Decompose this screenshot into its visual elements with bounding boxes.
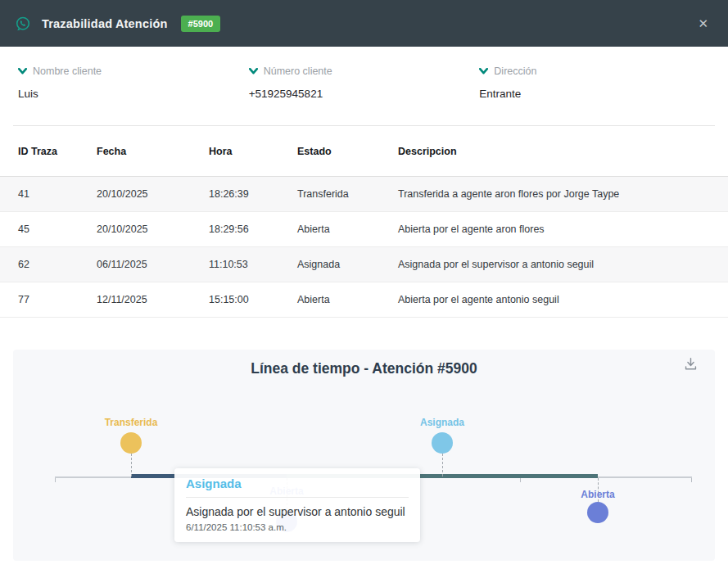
point-asignada[interactable] [432, 432, 453, 454]
field-value: Entrante [479, 88, 710, 100]
field-label: Número cliente [264, 65, 332, 77]
modal-header: Trazabilidad Atención #5900 ✕ [0, 0, 728, 47]
point-label-asignada: Asignada [420, 417, 464, 428]
column-header: Fecha [97, 126, 209, 177]
point-abierta[interactable] [587, 502, 608, 523]
tooltip-divider [186, 497, 409, 498]
axis-tick [520, 478, 521, 482]
tooltip-description: Asignada por el supervisor a antonio seg… [186, 505, 409, 518]
column-header: Hora [209, 126, 297, 177]
chart-title: Línea de tiempo - Atención #5900 [13, 350, 715, 377]
timeline-chart: Línea de tiempo - Atención #5900 Transfe… [13, 350, 715, 561]
field-numero-cliente: Número cliente +51925945821 [249, 65, 480, 100]
column-header: ID Traza [0, 126, 97, 177]
point-transferida[interactable] [120, 432, 142, 454]
modal-title: Trazabilidad Atención [42, 17, 168, 30]
field-value: +51925945821 [249, 88, 480, 100]
table-row[interactable]: 77 12/11/2025 15:15:00 Abierta Abierta p… [0, 282, 728, 318]
chevron-down-icon [479, 68, 488, 75]
ticket-badge: #5900 [181, 16, 221, 32]
table-row[interactable]: 62 06/11/2025 11:10:53 Asignada Asignada… [0, 247, 728, 282]
download-icon[interactable] [683, 356, 699, 372]
axis-tick [691, 478, 692, 482]
chart-tooltip: Asignada Asignada por el supervisor a an… [174, 468, 420, 542]
field-value: Luis [18, 88, 249, 100]
field-nombre-cliente: Nombre cliente Luis [18, 65, 249, 100]
tooltip-datetime: 6/11/2025 11:10:53 a.m. [186, 522, 409, 532]
chevron-down-icon [18, 68, 27, 75]
field-label: Dirección [494, 65, 536, 77]
point-connector [131, 454, 132, 476]
field-direccion: Dirección Entrante [479, 65, 710, 100]
close-icon[interactable]: ✕ [693, 14, 713, 33]
chevron-down-icon [249, 68, 258, 75]
client-fields: Nombre cliente Luis Número cliente +5192… [0, 47, 728, 100]
field-label: Nombre cliente [33, 65, 102, 77]
table-row[interactable]: 41 20/10/2025 18:26:39 Transferida Trans… [0, 177, 728, 212]
axis-tick [55, 478, 56, 482]
point-label-transferida: Transferida [105, 417, 158, 428]
point-connector [442, 454, 443, 476]
table-row[interactable]: 45 20/10/2025 18:29:56 Abierta Abierta p… [0, 212, 728, 247]
trace-table: ID Traza Fecha Hora Estado Descripcion 4… [0, 126, 728, 318]
whatsapp-icon [15, 16, 31, 32]
point-label-abierta: Abierta [581, 489, 614, 500]
column-header: Descripcion [398, 126, 728, 177]
column-header: Estado [297, 126, 398, 177]
tooltip-title: Asignada [186, 476, 409, 490]
table-header-row: ID Traza Fecha Hora Estado Descripcion [0, 126, 728, 177]
